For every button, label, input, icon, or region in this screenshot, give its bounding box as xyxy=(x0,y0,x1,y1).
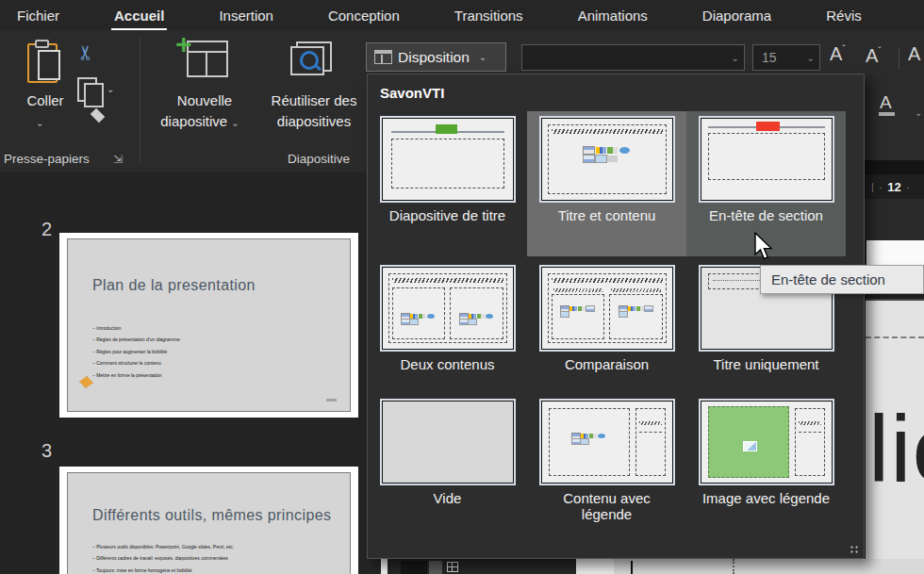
plus-icon: + xyxy=(175,28,192,60)
slide-2-bullets: Introduction Règles de présentation d'un… xyxy=(92,322,180,381)
clipboard-dialog-launcher-icon[interactable]: ⇲ xyxy=(113,153,123,166)
tab-animations[interactable]: Animations xyxy=(578,8,648,24)
layout-option-picture-caption[interactable]: Image avec légende xyxy=(686,394,846,560)
editor-chrome xyxy=(865,199,924,240)
clipboard-group-label: Presse-papiers xyxy=(4,152,90,166)
reuse-slides-icon[interactable] xyxy=(290,41,332,77)
ruler-dot: · xyxy=(906,180,910,194)
layout-option-comparison[interactable]: Comparaison xyxy=(527,256,686,394)
paste-button[interactable]: Coller xyxy=(17,92,74,108)
picture-icon xyxy=(743,441,757,451)
horizontal-ruler[interactable]: | · 12 · xyxy=(865,174,924,199)
layout-thumbnail xyxy=(541,118,673,201)
powerpoint-window: Fichier Accueil Insertion Conception Tra… xyxy=(0,0,924,574)
layout-option-content-caption[interactable]: Contenu avec légende xyxy=(527,394,686,560)
slide-master-name: SavonVTI xyxy=(380,85,444,101)
slide-3-content: Différents outils, mêmes principes Plusi… xyxy=(67,472,351,574)
font-name-combobox[interactable]: ⌄ xyxy=(521,44,745,71)
paste-chevron-down-icon[interactable]: ⌄ xyxy=(36,119,43,128)
font-name-chevron-down-icon[interactable]: ⌄ xyxy=(732,54,739,63)
tab-revision[interactable]: Révis xyxy=(826,8,862,24)
slides-group-label: Diapositive xyxy=(288,152,350,166)
slide-2-thumbnail[interactable]: Plan de la presentation Introduction Règ… xyxy=(59,233,358,418)
clipboard-clip xyxy=(35,40,49,48)
format-painter-icon[interactable] xyxy=(79,111,104,136)
slide-2-number: 2 xyxy=(41,219,52,240)
grow-font-button[interactable]: Aˆ xyxy=(830,43,846,65)
tab-diaporama[interactable]: Diaporama xyxy=(702,8,771,24)
ruler-dot: · xyxy=(879,180,883,194)
layout-thumbnail xyxy=(541,267,673,350)
reuse-slides-button[interactable]: Réutiliser des xyxy=(262,92,366,108)
layout-button[interactable]: Disposition ⌄ xyxy=(366,42,506,72)
layout-option-two-content[interactable]: Deux contenus xyxy=(368,256,527,394)
paste-clipboard-icon[interactable] xyxy=(27,43,58,83)
cut-scissors-icon[interactable]: ✂ xyxy=(74,44,97,61)
tab-transitions[interactable]: Transitions xyxy=(454,8,523,24)
new-slide-icon[interactable] xyxy=(187,41,228,77)
layout-thumbnail xyxy=(382,118,514,201)
slide-2-title: Plan de la presentation xyxy=(92,277,256,294)
layout-thumbnail xyxy=(701,118,833,201)
tab-insertion[interactable]: Insertion xyxy=(219,8,273,24)
new-slide-chevron-down-icon: ⌄ xyxy=(231,118,239,128)
layout-thumbnail xyxy=(382,267,514,350)
font-size-chevron-down-icon[interactable]: ⌄ xyxy=(807,54,815,63)
status-strip xyxy=(367,559,576,574)
magnifier-icon xyxy=(300,51,319,70)
layout-option-blank[interactable]: Vide xyxy=(368,394,527,560)
layout-icon xyxy=(374,50,392,64)
shrink-font-button[interactable]: Aˇ xyxy=(866,45,882,67)
clear-formatting-button[interactable]: A xyxy=(908,43,920,65)
layout-chevron-down-icon: ⌄ xyxy=(479,53,487,62)
ruler-top-edge xyxy=(865,160,924,174)
picture-placeholder xyxy=(708,406,789,478)
content-icons xyxy=(549,147,666,162)
placeholder-dashed-border xyxy=(866,336,924,338)
layout-thumbnail xyxy=(701,401,833,484)
mouse-cursor-icon xyxy=(753,232,775,266)
tab-accueil[interactable]: Accueil xyxy=(114,8,164,24)
placeholder-edge xyxy=(733,559,734,574)
new-slide-button[interactable]: Nouvelle xyxy=(162,92,247,108)
slide-page-number xyxy=(326,399,337,402)
tab-fichier[interactable]: Fichier xyxy=(17,8,59,24)
slide-thumbnails-panel: 2 Plan de la presentation Introduction R… xyxy=(0,172,367,574)
new-slide-button-line2[interactable]: diapositive ⌄ xyxy=(151,113,249,129)
layout-thumbnail xyxy=(382,401,514,484)
group-divider xyxy=(140,38,140,162)
slide-canvas-top xyxy=(866,240,924,266)
slide-title-partial-text: lic xyxy=(868,395,924,503)
ruler-mark: 12 xyxy=(887,180,900,194)
font-color-button[interactable]: A xyxy=(880,92,892,113)
font-size-value: 15 xyxy=(762,50,777,65)
tooltip: En-tête de section xyxy=(760,265,924,294)
layout-gallery-dropdown: SavonVTI Diapositive de titre xyxy=(367,74,865,559)
clipboard-paper xyxy=(38,50,60,80)
layout-option-title-slide[interactable]: Diapositive de titre xyxy=(368,111,527,256)
font-size-combobox[interactable]: 15 ⌄ xyxy=(752,44,820,71)
font-group-divider xyxy=(899,47,899,70)
reuse-slides-button-line2[interactable]: diapositives xyxy=(262,113,366,129)
layout-button-label: Disposition xyxy=(398,49,470,66)
layout-thumbnail xyxy=(541,401,673,484)
copy-chevron-down-icon[interactable]: ⌄ xyxy=(107,85,114,94)
copy-icon[interactable] xyxy=(77,77,97,102)
slide-3-number: 3 xyxy=(41,440,52,462)
font-color-bar xyxy=(879,112,895,116)
ruler-tick: | xyxy=(871,181,874,192)
chevron-down-icon[interactable]: ⌄ xyxy=(915,107,922,118)
tab-conception[interactable]: Conception xyxy=(328,8,400,24)
red-accent-tab xyxy=(756,122,780,131)
slide-2-content: Plan de la presentation Introduction Règ… xyxy=(67,238,351,412)
layout-option-title-content[interactable]: Titre et contenu xyxy=(527,111,686,256)
dropdown-resize-grip[interactable] xyxy=(850,545,860,555)
green-accent-tab xyxy=(436,124,457,134)
slide-3-bullets: Plusieurs outils disponibles: Powerpoint… xyxy=(92,541,234,574)
grid-icon[interactable] xyxy=(447,562,458,572)
ribbon-tab-bar: Fichier Accueil Insertion Conception Tra… xyxy=(0,0,924,30)
slide-3-thumbnail[interactable]: Différents outils, mêmes principes Plusi… xyxy=(59,467,358,574)
slide-editing-area[interactable]: lic xyxy=(866,299,924,574)
slide-3-title: Différents outils, mêmes principes xyxy=(92,507,331,524)
